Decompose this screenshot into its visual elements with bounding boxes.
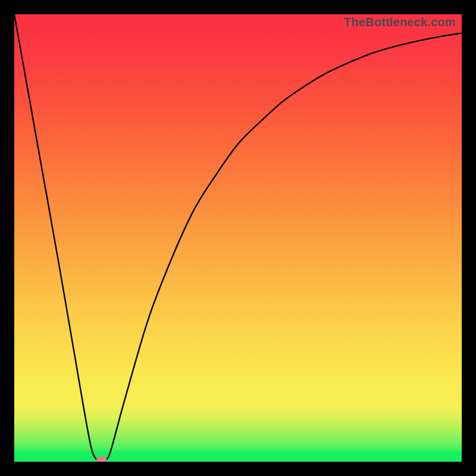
bottleneck-chart bbox=[14, 14, 462, 462]
plot-frame: TheBottleneck.com bbox=[14, 14, 462, 462]
watermark-text: TheBottleneck.com bbox=[344, 15, 456, 29]
